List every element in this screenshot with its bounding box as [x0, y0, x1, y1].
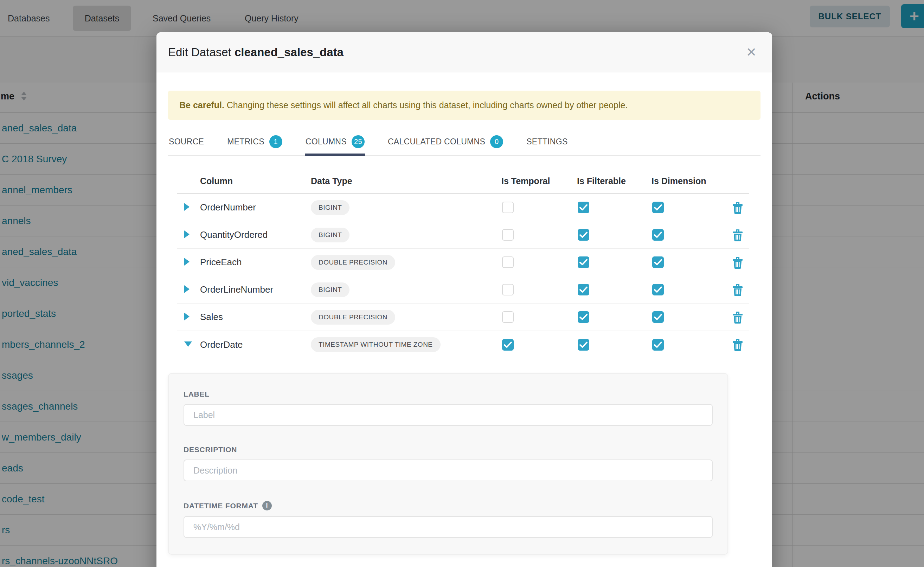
modal-body: Be careful. Changing these settings will… [157, 72, 772, 555]
trash-icon [732, 229, 743, 242]
is-dimension-checkbox[interactable] [652, 284, 664, 296]
columns-table-body: OrderNumber BIGINT QuantityOrdered BIGIN… [177, 194, 749, 358]
modal-header: Edit Dataset cleaned_sales_data ✕ [157, 32, 772, 72]
delete-column-button[interactable] [726, 256, 749, 269]
metrics-count-badge: 1 [269, 135, 282, 148]
is-dimension-checkbox[interactable] [652, 229, 664, 241]
is-filterable-checkbox[interactable] [578, 229, 589, 241]
modal-title-dataset-name: cleaned_sales_data [235, 46, 343, 58]
warning-banner: Be careful. Changing these settings will… [168, 91, 760, 120]
tab-columns[interactable]: COLUMNS25 [305, 130, 365, 155]
trash-icon [732, 311, 743, 324]
info-icon[interactable]: i [262, 501, 272, 510]
header-is-temporal: Is Temporal [501, 176, 577, 186]
description-input[interactable] [184, 459, 713, 481]
column-name: OrderLineNumber [200, 284, 311, 295]
delete-column-button[interactable] [726, 311, 749, 324]
data-type-pill: BIGINT [311, 228, 349, 242]
column-name: OrderNumber [200, 202, 311, 213]
warning-text: Changing these settings will affect all … [224, 100, 628, 110]
delete-column-button[interactable] [726, 284, 749, 296]
tab-calculated-columns[interactable]: CALCULATED COLUMNS0 [387, 130, 504, 155]
tab-metrics[interactable]: METRICS1 [226, 130, 283, 155]
screen: Databases Datasets Saved Queries Query H… [0, 0, 924, 567]
warning-bold: Be careful. [179, 100, 224, 110]
label-field-group: LABEL [184, 390, 713, 426]
datetime-format-field-label: DATETIME FORMATi [184, 501, 713, 510]
trash-icon [732, 256, 743, 269]
modal-title-prefix: Edit Dataset [168, 46, 235, 58]
is-filterable-checkbox[interactable] [578, 256, 589, 268]
is-temporal-checkbox[interactable] [502, 229, 514, 241]
is-filterable-checkbox[interactable] [578, 284, 589, 296]
modal-tabs: SOURCE METRICS1 COLUMNS25 CALCULATED COL… [168, 130, 760, 156]
datetime-format-input[interactable] [184, 516, 713, 538]
expand-caret-icon[interactable] [184, 203, 190, 211]
column-name: OrderDate [200, 339, 311, 350]
column-row: Sales DOUBLE PRECISION [177, 303, 749, 331]
is-dimension-checkbox[interactable] [652, 202, 664, 213]
is-temporal-checkbox[interactable] [502, 311, 514, 323]
label-input[interactable] [184, 404, 713, 426]
columns-count-badge: 25 [352, 135, 364, 148]
columns-table: Column Data Type Is Temporal Is Filterab… [177, 169, 749, 358]
column-row: OrderNumber BIGINT [177, 194, 749, 221]
tab-source[interactable]: SOURCE [168, 130, 205, 155]
data-type-pill: DOUBLE PRECISION [311, 255, 395, 270]
is-temporal-checkbox[interactable] [502, 284, 514, 296]
delete-column-button[interactable] [726, 338, 749, 351]
column-row: PriceEach DOUBLE PRECISION [177, 249, 749, 276]
edit-dataset-modal: Edit Dataset cleaned_sales_data ✕ Be car… [157, 32, 772, 567]
is-temporal-checkbox[interactable] [502, 256, 514, 268]
delete-column-button[interactable] [726, 229, 749, 242]
label-field-label: LABEL [184, 390, 713, 398]
is-temporal-checkbox[interactable] [502, 339, 514, 351]
modal-title: Edit Dataset cleaned_sales_data [168, 46, 343, 59]
data-type-pill: TIMESTAMP WITHOUT TIME ZONE [311, 337, 441, 352]
description-field-label: DESCRIPTION [184, 446, 713, 454]
column-detail-panel: LABEL DESCRIPTION DATETIME FORMATi [168, 373, 728, 555]
expand-caret-icon[interactable] [184, 258, 190, 266]
header-is-filterable: Is Filterable [577, 176, 652, 186]
column-name: QuantityOrdered [200, 230, 311, 240]
is-dimension-checkbox[interactable] [652, 256, 664, 268]
data-type-pill: BIGINT [311, 200, 349, 215]
expand-caret-icon[interactable] [184, 342, 192, 347]
expand-caret-icon[interactable] [184, 231, 190, 238]
trash-icon [732, 201, 743, 214]
header-data-type: Data Type [311, 176, 501, 186]
is-filterable-checkbox[interactable] [578, 202, 589, 213]
close-icon[interactable]: ✕ [746, 46, 757, 58]
calculated-columns-count-badge: 0 [490, 135, 503, 148]
data-type-pill: BIGINT [311, 282, 349, 297]
header-column: Column [200, 176, 311, 186]
delete-column-button[interactable] [726, 201, 749, 214]
column-row: OrderLineNumber BIGINT [177, 276, 749, 303]
is-dimension-checkbox[interactable] [652, 311, 664, 323]
is-filterable-checkbox[interactable] [578, 339, 589, 351]
column-row: QuantityOrdered BIGINT [177, 221, 749, 249]
is-temporal-checkbox[interactable] [502, 202, 514, 213]
column-name: Sales [200, 312, 311, 322]
description-field-group: DESCRIPTION [184, 446, 713, 481]
data-type-pill: DOUBLE PRECISION [311, 310, 395, 325]
tab-settings[interactable]: SETTINGS [526, 130, 568, 155]
is-filterable-checkbox[interactable] [578, 311, 589, 323]
is-dimension-checkbox[interactable] [652, 339, 664, 351]
trash-icon [732, 338, 743, 351]
trash-icon [732, 284, 743, 296]
expand-caret-icon[interactable] [184, 313, 190, 320]
column-name: PriceEach [200, 257, 311, 268]
columns-table-header: Column Data Type Is Temporal Is Filterab… [177, 169, 749, 194]
datetime-format-field-group: DATETIME FORMATi [184, 501, 713, 538]
header-is-dimension: Is Dimension [652, 176, 726, 186]
column-row: OrderDate TIMESTAMP WITHOUT TIME ZONE [177, 331, 749, 358]
expand-caret-icon[interactable] [184, 285, 190, 293]
